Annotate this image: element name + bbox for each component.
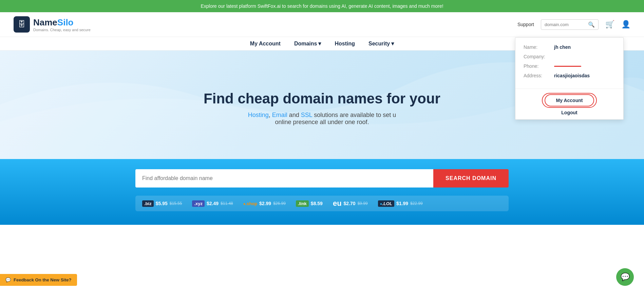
search-section: SEARCH DOMAIN .biz$5.95$15.55.xyz$2.49$1… (0, 159, 644, 225)
cart-button[interactable]: 🛒 (605, 20, 614, 29)
logo-name-part1: Name (33, 17, 57, 27)
hero-hosting-link[interactable]: Hosting (248, 112, 269, 118)
domain-search-bar: SEARCH DOMAIN (135, 169, 509, 188)
hero-subtitle: Hosting, Email and SSL solutions are ava… (248, 112, 396, 126)
nav-item-security[interactable]: Security ▾ (368, 40, 394, 47)
top-banner: Explore our latest platform SwiftFox.ai … (0, 0, 644, 12)
address-value: ricasjiojaoisdas (554, 73, 590, 78)
account-row-company: Company: (524, 54, 615, 59)
logo[interactable]: 🗄 NameSilo Domains. Cheap, easy and secu… (14, 16, 91, 33)
phone-redacted-value (554, 66, 581, 67)
name-value: jh chen (554, 44, 571, 50)
user-account-button[interactable]: 👤 (621, 20, 630, 29)
nav-item-domains[interactable]: Domains ▾ (294, 40, 321, 47)
logout-button[interactable]: Logout (561, 110, 577, 115)
tld-item[interactable]: ●.shop$2.99$26.99 (243, 201, 286, 206)
tld-item[interactable]: .link$8.59 (296, 200, 323, 207)
account-row-name: Name: jh chen (524, 44, 615, 50)
search-domain-button[interactable]: SEARCH DOMAIN (433, 169, 509, 188)
header-right: Support 🔍 🛒 👤 (517, 19, 630, 30)
header: 🗄 NameSilo Domains. Cheap, easy and secu… (0, 12, 644, 37)
tld-item[interactable]: eu$2.70$9.99 (333, 199, 368, 208)
tld-item[interactable]: .biz$5.95$15.55 (142, 200, 182, 207)
header-search-button[interactable]: 🔍 (588, 21, 595, 28)
account-row-phone: Phone: (524, 63, 615, 69)
account-row-address: Address: ricasjiojaoisdas (524, 73, 615, 78)
domains-chevron-icon: ▾ (318, 40, 321, 47)
hero-ssl-link[interactable]: SSL (301, 112, 312, 118)
security-chevron-icon: ▾ (391, 40, 394, 47)
logo-tagline: Domains. Cheap, easy and secure (33, 28, 91, 32)
name-label: Name: (524, 44, 554, 50)
hero-email-link[interactable]: Email (272, 112, 287, 118)
my-account-button[interactable]: My Account (545, 94, 594, 106)
account-dropdown: Name: jh chen Company: Phone: Address: r… (515, 37, 624, 120)
tld-item[interactable]: .xyz$2.49$11.48 (192, 200, 233, 207)
hero-title: Find cheap domain names for your (204, 91, 440, 107)
banner-text: Explore our latest platform SwiftFox.ai … (201, 3, 443, 9)
dropdown-divider (515, 88, 623, 89)
header-search-bar: 🔍 (541, 19, 599, 30)
tld-bar: .biz$5.95$15.55.xyz$2.49$11.48●.shop$2.9… (135, 196, 509, 211)
header-search-input[interactable] (545, 22, 585, 27)
address-label: Address: (524, 73, 554, 78)
domain-search-input[interactable] (135, 169, 433, 188)
phone-label: Phone: (524, 63, 554, 69)
support-link[interactable]: Support (517, 22, 534, 27)
logo-icon: 🗄 (14, 16, 30, 33)
tld-item[interactable]: ●.LOL$1.99$22.99 (378, 200, 423, 207)
nav-item-hosting[interactable]: Hosting (335, 40, 355, 47)
account-dropdown-body: Name: jh chen Company: Phone: Address: r… (515, 38, 623, 86)
nav-item-my-account[interactable]: My Account (250, 40, 281, 47)
logo-name-part2: Silo (57, 17, 74, 27)
dropdown-actions: My Account Logout (515, 92, 623, 119)
company-label: Company: (524, 54, 554, 59)
